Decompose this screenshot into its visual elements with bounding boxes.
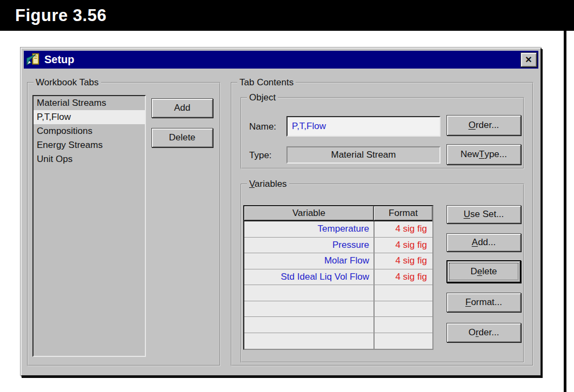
cell-variable[interactable]: Pressure (244, 238, 373, 253)
cell-format[interactable] (373, 301, 432, 317)
cell-format[interactable]: 4 sig fig (373, 238, 432, 253)
variables-delete-label: Delete (470, 266, 497, 277)
setup-dialog: Setup ✕ Workbook Tabs Material Streams P… (21, 48, 542, 376)
workbook-tabs-group-label: Workbook Tabs (34, 77, 101, 88)
variables-add-button[interactable]: Add... (446, 233, 521, 252)
new-type-button[interactable]: New Type... (446, 144, 521, 165)
type-label: Type: (249, 150, 272, 161)
cell-variable[interactable] (244, 333, 373, 349)
table-row (244, 285, 432, 301)
list-item-material-streams[interactable]: Material Streams (34, 96, 145, 110)
table-row (244, 333, 432, 349)
cell-variable[interactable]: Molar Flow (244, 253, 373, 269)
cell-format[interactable] (373, 333, 432, 349)
figure-title-bar: Figure 3.56 (0, 0, 574, 31)
table-row (244, 317, 432, 333)
cell-format[interactable]: 4 sig fig (373, 269, 432, 285)
name-input[interactable]: P,T,Flow (286, 116, 440, 137)
figure-right-border (564, 31, 566, 392)
table-row (244, 301, 432, 317)
cell-format[interactable]: 4 sig fig (373, 221, 432, 237)
figure-page: Figure 3.56 Setup ✕ Workbook Tabs Materi… (0, 0, 574, 392)
cell-variable[interactable] (244, 285, 373, 301)
cell-variable[interactable]: Std Ideal Liq Vol Flow (244, 269, 373, 285)
close-button[interactable]: ✕ (520, 52, 537, 67)
cell-format[interactable]: 4 sig fig (373, 253, 432, 269)
window-title: Setup (44, 53, 75, 66)
list-item-energy-streams[interactable]: Energy Streams (34, 138, 145, 152)
use-set-button[interactable]: Use Set... (446, 205, 521, 224)
table-row: Temperature 4 sig fig (244, 221, 432, 238)
tabs-delete-button[interactable]: Delete (151, 128, 213, 147)
type-field: Material Stream (286, 146, 440, 164)
title-bar[interactable]: Setup ✕ (24, 51, 538, 69)
order-button-variables[interactable]: Order... (446, 323, 521, 342)
table-row: Std Ideal Liq Vol Flow 4 sig fig (244, 269, 432, 286)
tab-contents-group-label: Tab Contents (237, 77, 296, 88)
list-item-pt-flow[interactable]: P,T,Flow (34, 110, 145, 124)
variables-table[interactable]: Variable Format Temperature 4 sig fig Pr… (243, 205, 433, 350)
order-button-object[interactable]: Order... (446, 115, 521, 136)
variables-table-header: Variable Format (244, 206, 432, 221)
workbook-setup-icon (25, 52, 40, 67)
list-item-compositions[interactable]: Compositions (34, 124, 145, 138)
tabs-add-button[interactable]: Add (151, 98, 213, 118)
cell-variable[interactable] (244, 317, 373, 333)
format-button[interactable]: Format... (446, 293, 521, 312)
list-item-unit-ops[interactable]: Unit Ops (34, 152, 145, 166)
variables-delete-button[interactable]: Delete (446, 260, 521, 283)
workbook-tabs-list[interactable]: Material Streams P,T,Flow Compositions E… (32, 95, 146, 357)
name-label: Name: (249, 121, 276, 132)
cell-variable[interactable]: Temperature (244, 221, 373, 237)
table-row: Molar Flow 4 sig fig (244, 253, 432, 269)
cell-variable[interactable] (244, 301, 373, 317)
object-group-label: Object (247, 92, 278, 103)
figure-label: Figure 3.56 (15, 6, 106, 25)
cell-format[interactable] (373, 317, 432, 333)
cell-format[interactable] (373, 285, 432, 301)
variables-group-label: Variables (247, 179, 289, 190)
table-row: Pressure 4 sig fig (244, 238, 432, 254)
column-header-format[interactable]: Format (374, 206, 432, 220)
column-header-variable[interactable]: Variable (244, 206, 373, 220)
